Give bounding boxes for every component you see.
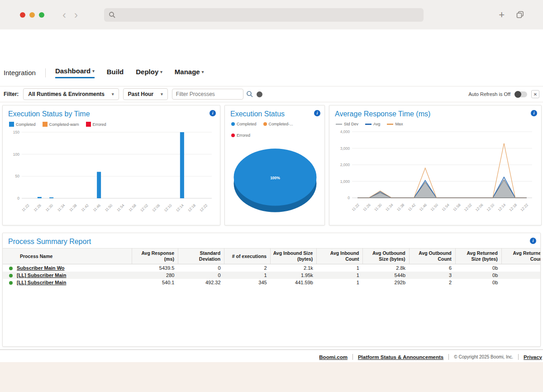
column-header[interactable]: Avg Outbound Size (bytes) xyxy=(363,249,409,264)
chevron-down-icon: ▾ xyxy=(112,92,114,96)
auto-refresh-toggle[interactable] xyxy=(514,91,527,97)
info-icon[interactable]: i xyxy=(210,110,216,116)
svg-text:11:42: 11:42 xyxy=(407,203,416,212)
help-dot-icon[interactable] xyxy=(257,91,262,97)
table-cell: 2.8k xyxy=(363,264,409,272)
svg-text:11:38: 11:38 xyxy=(68,203,77,212)
svg-text:12:10: 12:10 xyxy=(163,203,173,213)
column-header[interactable]: Standard Deviation xyxy=(178,249,224,264)
legend-swatch xyxy=(86,122,91,127)
legend-swatch xyxy=(263,122,267,126)
status-dot xyxy=(9,281,13,285)
table-cell: 0b xyxy=(455,264,501,272)
svg-text:11:54: 11:54 xyxy=(441,203,450,212)
status-dot xyxy=(9,267,13,270)
column-header[interactable]: Avg Outbound Count xyxy=(409,249,455,264)
table-cell: 441.59b xyxy=(271,279,317,286)
svg-text:12:06: 12:06 xyxy=(475,203,484,212)
column-header[interactable]: Avg Returned Size (bytes) xyxy=(455,249,501,264)
footer-divider xyxy=(448,354,449,360)
nav-item-label: Dashboard xyxy=(55,67,90,75)
time-range-dropdown[interactable]: Past Hour ▾ xyxy=(123,88,168,100)
footer-link-boomi[interactable]: Boomi.com xyxy=(319,354,348,360)
footer-link-privacy[interactable]: Privacy xyxy=(524,354,542,360)
line-chart: 01,0002,0003,0004,00011:2211:2611:3011:3… xyxy=(335,128,536,220)
nav-item-label: Build xyxy=(107,68,124,76)
tab-overview-icon[interactable] xyxy=(516,11,524,19)
table-cell: 3 xyxy=(409,272,455,279)
back-icon[interactable]: ‹ xyxy=(62,10,66,20)
column-header[interactable]: # of executions xyxy=(224,249,271,264)
pie-chart: 100% xyxy=(230,142,320,218)
new-tab-icon[interactable]: + xyxy=(499,10,505,20)
info-icon[interactable]: i xyxy=(530,238,536,244)
table-cell: 2 xyxy=(409,279,455,286)
browser-address-bar[interactable] xyxy=(104,8,424,22)
table-row: [LL] Subscriber Main280011.95k1544b30b0 xyxy=(3,272,540,279)
chevron-down-icon: ▾ xyxy=(202,70,204,74)
forward-icon[interactable]: › xyxy=(74,10,78,20)
svg-text:12:22: 12:22 xyxy=(519,203,529,212)
table-cell: 1.95k xyxy=(271,272,317,279)
pie-chart-legend: CompletedCompleted-...Errored xyxy=(225,120,324,139)
nav-item-manage[interactable]: Manage▾ xyxy=(175,68,204,78)
info-icon[interactable]: i xyxy=(531,110,537,116)
search-icon xyxy=(109,11,116,19)
svg-text:12:22: 12:22 xyxy=(199,203,209,213)
search-button[interactable] xyxy=(246,91,253,98)
column-header[interactable]: Avg Response (ms) xyxy=(132,249,178,264)
table-cell: 1 xyxy=(224,272,271,279)
legend-item: Errored xyxy=(86,122,106,127)
svg-text:12:18: 12:18 xyxy=(509,203,518,212)
execution-status-by-time-card: Execution Status by Time i CompletedComp… xyxy=(2,105,220,225)
process-name-link[interactable]: [LL] Subscriber Main xyxy=(17,272,66,278)
browser-chrome: ‹ › + xyxy=(0,0,543,29)
legend-item: Avg xyxy=(365,122,380,126)
footer-link-status[interactable]: Platform Status & Announcements xyxy=(358,354,443,360)
legend-label: Std Dev xyxy=(344,122,358,126)
service-name[interactable]: Integration xyxy=(4,69,36,76)
minimize-window-button[interactable] xyxy=(29,12,35,18)
table-row: [LL] Subscriber Main540.1492.32345441.59… xyxy=(3,279,540,286)
svg-text:11:30: 11:30 xyxy=(45,203,54,212)
nav-item-deploy[interactable]: Deploy▾ xyxy=(136,68,162,78)
legend-label: Completed xyxy=(16,122,36,127)
column-header[interactable]: Avg Inbound Count xyxy=(317,249,363,264)
column-header[interactable]: Process Name xyxy=(3,249,132,264)
process-name-link[interactable]: [LL] Subscriber Main xyxy=(17,280,66,285)
filter-processes-input[interactable] xyxy=(172,89,243,100)
chevron-down-icon: ▾ xyxy=(160,70,162,74)
bar-chart-legend: CompletedCompleted-warnErrored xyxy=(3,120,220,128)
nav-item-dashboard[interactable]: Dashboard▾ xyxy=(55,67,95,78)
svg-text:12:14: 12:14 xyxy=(497,203,507,212)
svg-text:12:06: 12:06 xyxy=(152,203,161,213)
svg-text:3,000: 3,000 xyxy=(340,146,350,151)
toggle-knob xyxy=(514,91,521,98)
copyright-text: © Copyright 2025 Boomi, Inc. xyxy=(454,354,513,359)
card-title: Average Response Time (ms) xyxy=(329,105,541,120)
table-cell: 292b xyxy=(363,279,409,286)
legend-item: Completed-warn xyxy=(43,122,79,127)
app-page: Integration Dashboard▾BuildDeploy▾Manage… xyxy=(0,29,543,362)
close-icon[interactable]: ✕ xyxy=(531,90,539,98)
summary-title: Process Summary Report xyxy=(3,233,540,247)
process-name-cell: [LL] Subscriber Main xyxy=(3,279,132,286)
search-icon xyxy=(246,91,253,98)
close-window-button[interactable] xyxy=(20,12,25,18)
line-chart-legend: Std DevAvgMax xyxy=(329,120,541,127)
legend-label: Avg xyxy=(373,122,380,126)
table-cell: 2.1k xyxy=(271,264,317,272)
svg-text:11:46: 11:46 xyxy=(419,203,428,212)
column-header[interactable]: Avg Inbound Size (bytes) xyxy=(271,249,317,264)
column-header[interactable]: Avg Returned Count xyxy=(501,249,540,264)
info-icon[interactable]: i xyxy=(314,110,320,116)
svg-text:50: 50 xyxy=(15,174,20,178)
legend-swatch xyxy=(365,124,372,125)
execution-status-card: Execution Status i CompletedCompleted-..… xyxy=(224,105,325,225)
table-cell: 0 xyxy=(501,279,540,286)
legend-label: Errored xyxy=(237,133,250,138)
maximize-window-button[interactable] xyxy=(39,12,44,18)
runtimes-environments-dropdown[interactable]: All Runtimes & Environments ▾ xyxy=(23,88,119,100)
nav-item-build[interactable]: Build xyxy=(107,68,124,78)
process-name-link[interactable]: Subscriber Main Wo xyxy=(17,265,65,271)
